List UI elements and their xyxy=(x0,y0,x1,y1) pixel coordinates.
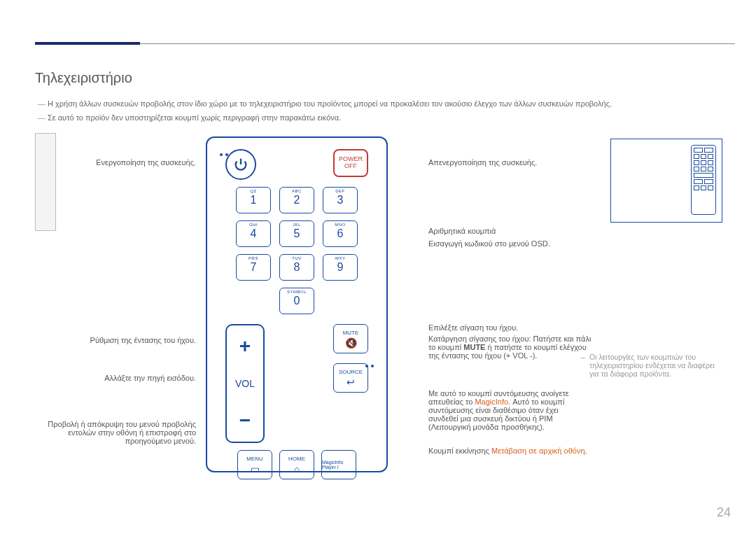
key-7: PRS7 xyxy=(236,254,271,281)
key-0: SYMBOL0 xyxy=(279,288,314,314)
power-off-button: POWER OFF xyxy=(333,149,368,177)
remote-illustration: POWER OFF QZ1 ABC2 DEF3 GHI4 JKL5 MNO6 P… xyxy=(206,136,388,472)
home-icon: ⌂ xyxy=(294,463,300,475)
key-3: DEF3 xyxy=(323,187,358,213)
menu-icon: ▭ xyxy=(251,463,260,475)
key-2: ABC2 xyxy=(279,187,314,213)
key-8: TUV8 xyxy=(279,254,314,281)
key-9: WXY9 xyxy=(323,254,358,281)
key-6: MNO6 xyxy=(323,220,358,247)
key-4: GHI4 xyxy=(236,220,271,247)
note-1: Η χρήση άλλων συσκευών προβολής στον ίδι… xyxy=(48,99,612,108)
source-icon: ↩ xyxy=(346,377,355,388)
callout-menu: Προβολή ή απόκρυψη του μενού προβολής εν… xyxy=(42,420,196,445)
device-side-illustration xyxy=(35,133,56,231)
home-button: HOME⌂ xyxy=(279,450,314,479)
thumbnail-illustration xyxy=(610,139,722,223)
source-button: SOURCE↩ xyxy=(333,363,368,393)
magicinfo-button: MagicInfo Player I xyxy=(321,450,356,479)
callout-power-on: Ενεργοποίηση της συσκευής. xyxy=(42,158,196,167)
mute-icon: 🔇 xyxy=(345,337,357,349)
menu-button: MENU▭ xyxy=(237,450,272,479)
callout-mute: Επιλέξτε σίγαση του ήχου. Κατάργηση σίγα… xyxy=(428,323,596,360)
page-number: 24 xyxy=(717,505,731,520)
side-note: Οι λειτουργίες των κουμπιών του τηλεχειρ… xyxy=(589,353,722,378)
note-2: Σε αυτό το προϊόν δεν υποστηρίζεται κουμ… xyxy=(48,113,341,122)
callout-power-off: Απενεργοποίηση της συσκευής. xyxy=(428,158,582,167)
key-5: JKL5 xyxy=(279,220,314,247)
mute-button: MUTE🔇 xyxy=(333,324,368,353)
top-rule-accent xyxy=(35,42,140,45)
callout-volume: Ρύθμιση της έντασης του ήχου. xyxy=(42,336,196,344)
callout-source: Αλλάξτε την πηγή εισόδου. xyxy=(42,374,196,382)
callout-magicinfo: Με αυτό το κουμπί συντόμευσης ανοίγετε α… xyxy=(428,389,589,431)
callout-number: Αριθμητικά κουμπιά Εισαγωγή κωδικού στο … xyxy=(428,227,582,248)
volume-rocker: + VOL − xyxy=(225,324,265,443)
top-rule xyxy=(35,43,735,44)
key-1: QZ1 xyxy=(236,187,271,213)
power-on-button xyxy=(225,149,256,180)
page-title: Τηλεχειριστήριο xyxy=(35,70,132,86)
callout-home: Κουμπί εκκίνησης Μετάβαση σε αρχική οθόν… xyxy=(428,447,589,455)
